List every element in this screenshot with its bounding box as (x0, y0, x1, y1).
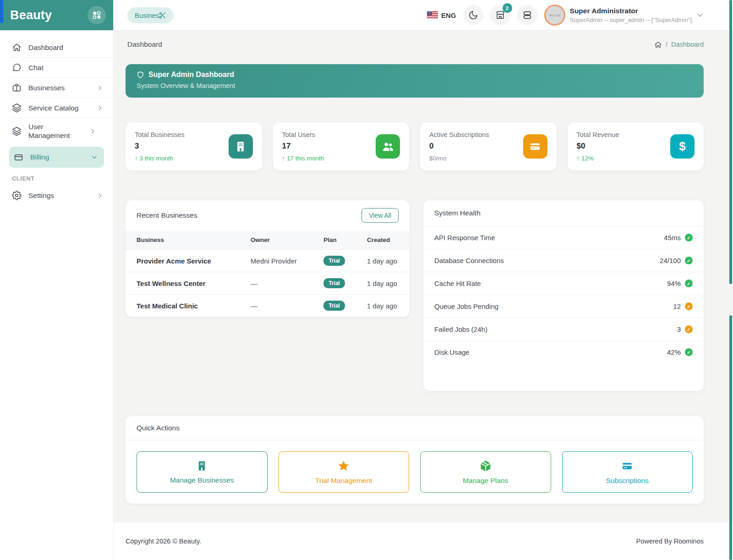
page-title: Dashboard (127, 40, 162, 49)
stat-trend: ↑ 12% (577, 155, 619, 162)
admin-banner: Super Admin Dashboard System Overview & … (126, 64, 704, 98)
topbar-right-cluster: ENG 2 44 x 44 Super Administrator Su (427, 5, 704, 26)
breadcrumb-current[interactable]: Dashboard (671, 41, 704, 48)
plan-badge: Trial (323, 278, 345, 288)
status-check-icon: ✓ (685, 348, 693, 356)
metric-value: 94% (667, 280, 681, 287)
chevron-down-icon (696, 11, 704, 19)
sidebar-item-settings[interactable]: Settings (0, 186, 113, 205)
scrollbar[interactable] (729, 0, 732, 284)
layout-sections-button[interactable] (517, 5, 537, 25)
shield-icon (137, 71, 144, 79)
gear-icon (12, 191, 22, 200)
user-menu[interactable]: 44 x 44 Super Administrator SuperAdmin -… (544, 5, 704, 26)
home-icon (12, 43, 22, 52)
cube-icon (479, 460, 492, 472)
column-header-owner: Owner (240, 231, 312, 250)
metric-label: API Response Time (434, 234, 495, 242)
chevron-right-icon (89, 128, 96, 134)
stacked-rows-icon (522, 10, 532, 20)
sidebar-item-label: User Management (28, 122, 82, 140)
store-notifications-button[interactable]: 2 (490, 5, 510, 25)
plan-badge: Trial (323, 256, 345, 266)
chevron-right-icon (97, 105, 103, 111)
stat-card-total-revenue: Total Revenue $0 ↑ 12% $ (568, 122, 704, 170)
notification-badge: 2 (503, 3, 512, 13)
dark-mode-toggle[interactable] (463, 5, 483, 25)
health-metric-row: Cache Hit Rate 94%✓ (423, 272, 704, 295)
health-metric-row: Database Connections 24/100✓ (423, 249, 704, 272)
metric-label: Cache Hit Rate (434, 280, 481, 287)
column-header-created: Created (356, 231, 410, 250)
quick-actions-title: Quick Actions (126, 416, 704, 440)
dashboard-row-2: Recent Businesses View All Business Owne… (126, 200, 704, 391)
system-health-title: System Health (434, 209, 481, 217)
view-all-button[interactable]: View All (361, 208, 399, 223)
us-flag-icon (427, 11, 438, 19)
grid-icon (92, 11, 101, 20)
quick-action-label: Subscriptions (606, 477, 649, 485)
banner-title: Super Admin Dashboard (148, 71, 234, 79)
cell-business: Provider Acme Service (126, 250, 240, 272)
recent-businesses-table: Business Owner Plan Created Provider Acm… (126, 231, 410, 317)
manage-plans-button[interactable]: Manage Plans (420, 451, 551, 493)
stat-card-active-subscriptions: Active Subscriptions 0 $0/mo (420, 122, 557, 170)
moon-icon (468, 10, 478, 20)
column-header-business: Business (126, 231, 240, 250)
home-breadcrumb-icon[interactable] (654, 41, 662, 49)
sidebar-item-label: Chat (28, 63, 103, 72)
metric-label: Queue Jobs Pending (434, 302, 498, 310)
scrollbar[interactable] (729, 315, 732, 560)
sidebar-item-chat[interactable]: Chat (0, 58, 113, 77)
footer: Copyright 2026 © Beauty. Powered By Room… (114, 522, 733, 560)
stat-value: $0 (577, 142, 619, 151)
sidebar-item-service-catalog[interactable]: Service Catalog (0, 98, 113, 118)
sidebar-item-label: Settings (28, 191, 90, 200)
health-metric-row: Disk Usage 42%✓ (423, 341, 704, 363)
credit-card-icon (14, 153, 23, 162)
status-check-icon: ✓ (685, 257, 693, 264)
sidebar-item-label: Billing (30, 153, 84, 161)
sidebar-toggle-button[interactable] (88, 6, 106, 24)
layers-icon (12, 103, 22, 113)
sidebar-item-user-management[interactable]: User Management (0, 118, 113, 144)
sidebar-item-label: Dashboard (28, 43, 103, 52)
topbar: Busines ENG 2 44 (114, 0, 733, 30)
metric-value: 12 (673, 302, 681, 310)
business-pill-button[interactable]: Busines (127, 7, 174, 23)
sidebar-item-billing[interactable]: Billing (9, 147, 104, 168)
main-area: Busines ENG 2 44 (114, 0, 733, 560)
cell-business: Test Wellness Center (126, 272, 240, 295)
scissors-icon (159, 11, 166, 19)
metric-value: 24/100 (660, 257, 681, 264)
sidebar-section-client: CLIENT (12, 175, 113, 182)
metric-value: 3 (677, 325, 681, 333)
stat-sub: $0/mo (429, 155, 489, 162)
app-window: Beauty Dashboard Chat Businesses (0, 0, 733, 560)
stat-value: 17 (282, 142, 324, 151)
table-row[interactable]: Test Medical Clinic — Trial 1 day ago (126, 295, 410, 317)
trial-management-button[interactable]: Trial Management (279, 451, 410, 493)
breadcrumb-separator: / (666, 41, 667, 48)
quick-action-label: Manage Plans (463, 477, 508, 485)
table-row[interactable]: Provider Acme Service Medni Provider Tri… (126, 250, 410, 272)
recent-businesses-card: Recent Businesses View All Business Owne… (126, 200, 410, 317)
stat-value: 0 (429, 142, 489, 151)
stat-label: Total Revenue (577, 131, 619, 138)
stat-card-total-users: Total Users 17 ↑ 17 this month (273, 122, 410, 170)
sidebar-item-businesses[interactable]: Businesses (0, 78, 113, 98)
metric-label: Database Connections (434, 257, 504, 264)
recent-businesses-title: Recent Businesses (137, 211, 197, 220)
stat-label: Total Businesses (135, 131, 185, 138)
copyright-text: Copyright 2026 © Beauty. (126, 538, 201, 545)
health-metric-row: Failed Jobs (24h) 3✓ (423, 318, 704, 341)
powered-by-text: Powered By Roominos (636, 538, 704, 545)
health-metric-row: API Response Time 45ms✓ (423, 226, 704, 249)
language-selector[interactable]: ENG (427, 11, 456, 19)
manage-businesses-button[interactable]: Manage Businesses (137, 451, 268, 493)
table-row[interactable]: Test Wellness Center — Trial 1 day ago (126, 272, 410, 295)
sidebar-item-dashboard[interactable]: Dashboard (0, 38, 113, 57)
subscriptions-button[interactable]: Subscriptions (562, 451, 693, 493)
breadcrumb-row: Dashboard / Dashboard (126, 30, 704, 54)
column-header-plan: Plan (312, 231, 356, 250)
